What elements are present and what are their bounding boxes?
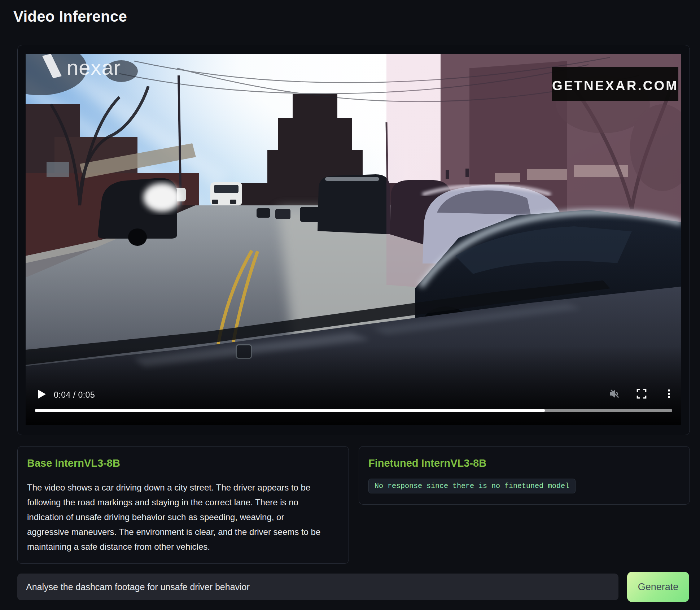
kebab-menu-icon (664, 388, 674, 399)
finetuned-model-panel: Finetuned InternVL3-8B No response since… (359, 446, 690, 505)
finetuned-model-response-code: No response since there is no finetuned … (368, 479, 576, 493)
generate-button[interactable]: Generate (627, 572, 689, 602)
getnexar-watermark: GETNEXAR.COM (552, 67, 678, 101)
base-model-title: Base InternVL3-8B (27, 457, 339, 469)
prompt-input[interactable] (17, 574, 618, 600)
play-button[interactable] (36, 389, 47, 399)
fullscreen-icon (636, 388, 647, 399)
page-title: Video Inference (13, 8, 127, 25)
fullscreen-button[interactable] (635, 387, 648, 400)
progress-fill (35, 409, 545, 412)
video-container: nexar GETNEXAR.COM 0:04 / 0:05 (17, 45, 690, 435)
muted-volume-icon (608, 388, 620, 400)
more-options-button[interactable] (662, 387, 675, 400)
progress-bar[interactable] (35, 409, 672, 412)
play-icon (38, 390, 46, 398)
mute-button[interactable] (608, 387, 621, 400)
finetuned-model-title: Finetuned InternVL3-8B (368, 457, 680, 469)
video-controls-right (608, 387, 675, 400)
svg-text:GETNEXAR.COM: GETNEXAR.COM (552, 78, 678, 93)
dashcam-video-frame: nexar GETNEXAR.COM (26, 54, 681, 425)
base-model-panel: Base InternVL3-8B The video shows a car … (17, 446, 349, 564)
time-display: 0:04 / 0:05 (54, 390, 95, 400)
base-model-response: The video shows a car driving down a cit… (27, 480, 321, 554)
video-player[interactable]: nexar GETNEXAR.COM 0:04 / 0:05 (26, 54, 681, 425)
svg-text:nexar: nexar (67, 56, 121, 79)
